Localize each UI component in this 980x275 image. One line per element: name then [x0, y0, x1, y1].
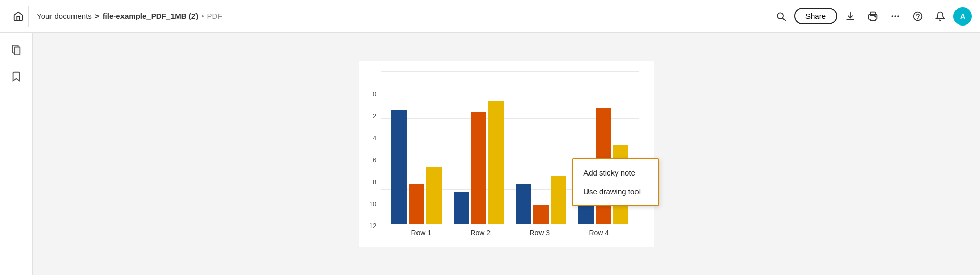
share-button[interactable]: Share — [794, 8, 837, 24]
more-icon — [890, 11, 900, 21]
use-drawing-tool-button[interactable]: Use drawing tool — [573, 182, 658, 201]
bar-group-row1 — [391, 110, 442, 224]
breadcrumb-root[interactable]: Your documents — [37, 12, 92, 20]
svg-point-5 — [894, 15, 896, 17]
svg-point-4 — [892, 15, 893, 17]
help-button[interactable] — [909, 7, 927, 26]
topbar: Your documents > file-example_PDF_1MB (2… — [0, 0, 980, 33]
x-axis: Row 1 Row 2 Row 3 Row 4 — [381, 224, 639, 237]
sidebar-bookmark-button[interactable] — [7, 67, 26, 86]
bar-row3-red — [533, 205, 549, 224]
y-label-0: 0 — [369, 83, 376, 105]
bookmark-icon — [11, 71, 22, 82]
home-icon — [13, 11, 24, 22]
breadcrumb: Your documents > file-example_PDF_1MB (2… — [37, 12, 772, 20]
bell-icon — [935, 11, 945, 21]
bar-row1-red — [409, 184, 424, 224]
bar-row3-yellow — [551, 176, 566, 224]
x-label-row2: Row 2 — [455, 229, 505, 237]
search-icon — [776, 11, 786, 21]
chart-area: 12 10 8 6 4 2 0 — [369, 71, 639, 237]
avatar[interactable]: A — [953, 7, 972, 26]
bar-group-row2 — [454, 101, 504, 224]
y-label-4: 4 — [369, 127, 376, 149]
y-label-2: 2 — [369, 105, 376, 127]
bar-group-row3 — [516, 176, 566, 224]
x-label-row4: Row 4 — [574, 229, 624, 237]
help-icon — [913, 11, 923, 21]
y-label-12: 12 — [369, 215, 376, 237]
breadcrumb-separator: > — [95, 12, 100, 20]
search-button[interactable] — [772, 7, 790, 26]
chart-container: 12 10 8 6 4 2 0 — [359, 61, 654, 247]
download-button[interactable] — [841, 7, 860, 26]
svg-rect-10 — [14, 47, 20, 55]
y-label-6: 6 — [369, 149, 376, 171]
svg-point-8 — [918, 18, 918, 19]
y-axis: 12 10 8 6 4 2 0 — [369, 84, 376, 237]
breadcrumb-file: file-example_PDF_1MB (2) — [103, 12, 199, 20]
sidebar — [0, 33, 33, 275]
chart-plot: Row 1 Row 2 Row 3 Row 4 — [381, 71, 639, 237]
y-label-8: 8 — [369, 171, 376, 193]
print-icon — [868, 11, 878, 21]
x-label-row3: Row 3 — [514, 229, 565, 237]
pages-icon — [11, 44, 22, 56]
topbar-actions: Share — [772, 7, 972, 26]
bar-row2-yellow — [488, 101, 504, 224]
home-button[interactable] — [8, 6, 29, 27]
main-area: 12 10 8 6 4 2 0 — [0, 33, 980, 275]
bar-row1-blue — [391, 110, 407, 224]
y-label-10: 10 — [369, 193, 376, 215]
breadcrumb-type: PDF — [207, 12, 222, 20]
svg-point-3 — [875, 16, 876, 17]
bar-row3-blue — [516, 184, 531, 224]
bar-row2-red — [471, 112, 486, 224]
svg-point-6 — [897, 15, 899, 17]
content-area: 12 10 8 6 4 2 0 — [33, 33, 980, 275]
x-label-row1: Row 1 — [396, 229, 446, 237]
sidebar-pages-button[interactable] — [7, 41, 26, 59]
add-sticky-note-button[interactable]: Add sticky note — [573, 163, 658, 182]
context-menu: Add sticky note Use drawing tool — [572, 158, 659, 206]
bar-row2-blue — [454, 192, 469, 224]
more-button[interactable] — [886, 7, 904, 26]
svg-line-1 — [783, 18, 786, 20]
notifications-button[interactable] — [931, 7, 949, 26]
bar-row1-yellow — [426, 167, 442, 224]
download-icon — [845, 11, 855, 21]
breadcrumb-dot: • — [201, 12, 204, 20]
print-button[interactable] — [864, 7, 882, 26]
